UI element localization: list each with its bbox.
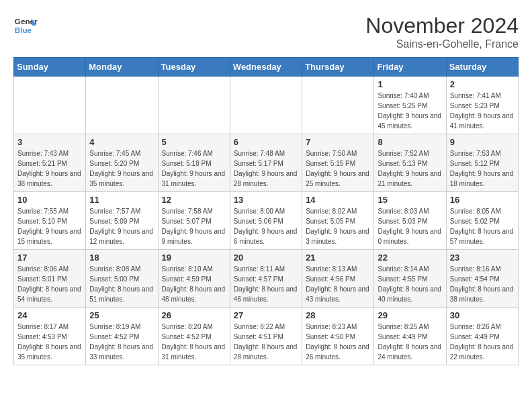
month-title: November 2024 (365, 13, 519, 38)
weekday-header: Friday (374, 58, 446, 77)
day-info: Sunrise: 7:58 AM Sunset: 5:07 PM Dayligh… (162, 206, 226, 246)
calendar-cell: 1Sunrise: 7:40 AM Sunset: 5:25 PM Daylig… (374, 77, 446, 134)
day-number: 30 (450, 310, 515, 320)
day-info: Sunrise: 7:48 AM Sunset: 5:17 PM Dayligh… (234, 148, 298, 189)
weekday-header: Wednesday (230, 58, 302, 77)
calendar-cell: 18Sunrise: 8:08 AM Sunset: 5:00 PM Dayli… (86, 250, 158, 308)
calendar-cell (86, 77, 158, 134)
calendar-body: 1Sunrise: 7:40 AM Sunset: 5:25 PM Daylig… (14, 77, 519, 365)
day-number: 16 (450, 195, 515, 205)
calendar-week-row: 10Sunrise: 7:55 AM Sunset: 5:10 PM Dayli… (14, 192, 519, 250)
page-header: General Blue November 2024 Sains-en-Gohe… (13, 13, 519, 50)
calendar-cell (158, 77, 230, 134)
day-number: 28 (306, 310, 370, 320)
day-number: 15 (378, 195, 442, 205)
day-number: 8 (378, 137, 442, 147)
day-info: Sunrise: 8:16 AM Sunset: 4:54 PM Dayligh… (450, 264, 515, 304)
day-number: 3 (17, 137, 82, 147)
day-info: Sunrise: 7:55 AM Sunset: 5:10 PM Dayligh… (17, 206, 82, 246)
day-number: 10 (17, 195, 82, 205)
day-info: Sunrise: 7:53 AM Sunset: 5:12 PM Dayligh… (450, 148, 515, 189)
day-number: 5 (162, 137, 226, 147)
calendar-cell: 30Sunrise: 8:26 AM Sunset: 4:49 PM Dayli… (446, 308, 518, 365)
day-number: 6 (234, 137, 298, 147)
day-number: 14 (306, 195, 370, 205)
calendar-cell: 2Sunrise: 7:41 AM Sunset: 5:23 PM Daylig… (446, 77, 518, 134)
calendar-cell: 13Sunrise: 8:00 AM Sunset: 5:06 PM Dayli… (230, 192, 302, 250)
weekday-header: Tuesday (158, 58, 230, 77)
calendar-cell: 29Sunrise: 8:25 AM Sunset: 4:49 PM Dayli… (374, 308, 446, 365)
day-number: 2 (450, 79, 515, 89)
calendar-cell: 27Sunrise: 8:22 AM Sunset: 4:51 PM Dayli… (230, 308, 302, 365)
calendar-cell: 12Sunrise: 7:58 AM Sunset: 5:07 PM Dayli… (158, 192, 230, 250)
calendar-cell: 10Sunrise: 7:55 AM Sunset: 5:10 PM Dayli… (14, 192, 86, 250)
day-info: Sunrise: 8:23 AM Sunset: 4:50 PM Dayligh… (306, 322, 370, 362)
calendar-cell: 23Sunrise: 8:16 AM Sunset: 4:54 PM Dayli… (446, 250, 518, 308)
weekday-header: Monday (86, 58, 158, 77)
day-info: Sunrise: 8:26 AM Sunset: 4:49 PM Dayligh… (450, 322, 515, 362)
calendar-header-row: SundayMondayTuesdayWednesdayThursdayFrid… (14, 58, 519, 77)
day-number: 27 (234, 310, 298, 320)
calendar-cell: 25Sunrise: 8:19 AM Sunset: 4:52 PM Dayli… (86, 308, 158, 365)
logo-icon: General Blue (13, 13, 38, 38)
calendar-cell: 16Sunrise: 8:05 AM Sunset: 5:02 PM Dayli… (446, 192, 518, 250)
day-info: Sunrise: 7:43 AM Sunset: 5:21 PM Dayligh… (17, 148, 82, 189)
calendar-cell: 6Sunrise: 7:48 AM Sunset: 5:17 PM Daylig… (230, 134, 302, 192)
day-info: Sunrise: 8:17 AM Sunset: 4:53 PM Dayligh… (17, 322, 82, 362)
calendar-cell: 14Sunrise: 8:02 AM Sunset: 5:05 PM Dayli… (302, 192, 374, 250)
calendar-cell: 15Sunrise: 8:03 AM Sunset: 5:03 PM Dayli… (374, 192, 446, 250)
calendar-cell: 21Sunrise: 8:13 AM Sunset: 4:56 PM Dayli… (302, 250, 374, 308)
calendar-cell (230, 77, 302, 134)
calendar-cell: 8Sunrise: 7:52 AM Sunset: 5:13 PM Daylig… (374, 134, 446, 192)
calendar-cell (302, 77, 374, 134)
title-block: November 2024 Sains-en-Gohelle, France (365, 13, 519, 50)
calendar-cell: 3Sunrise: 7:43 AM Sunset: 5:21 PM Daylig… (14, 134, 86, 192)
day-number: 1 (378, 79, 442, 89)
day-number: 12 (162, 195, 226, 205)
day-info: Sunrise: 8:02 AM Sunset: 5:05 PM Dayligh… (306, 206, 370, 246)
calendar-week-row: 17Sunrise: 8:06 AM Sunset: 5:01 PM Dayli… (14, 250, 519, 308)
day-info: Sunrise: 8:03 AM Sunset: 5:03 PM Dayligh… (378, 206, 442, 246)
day-number: 13 (234, 195, 298, 205)
calendar-cell: 9Sunrise: 7:53 AM Sunset: 5:12 PM Daylig… (446, 134, 518, 192)
day-number: 24 (17, 310, 82, 320)
day-number: 17 (17, 253, 82, 263)
calendar-cell: 19Sunrise: 8:10 AM Sunset: 4:59 PM Dayli… (158, 250, 230, 308)
day-number: 29 (378, 310, 442, 320)
day-number: 21 (306, 253, 370, 263)
day-number: 22 (378, 253, 442, 263)
calendar-cell: 11Sunrise: 7:57 AM Sunset: 5:09 PM Dayli… (86, 192, 158, 250)
day-info: Sunrise: 7:41 AM Sunset: 5:23 PM Dayligh… (450, 91, 515, 131)
calendar-week-row: 1Sunrise: 7:40 AM Sunset: 5:25 PM Daylig… (14, 77, 519, 134)
day-info: Sunrise: 7:50 AM Sunset: 5:15 PM Dayligh… (306, 148, 370, 189)
calendar-week-row: 3Sunrise: 7:43 AM Sunset: 5:21 PM Daylig… (14, 134, 519, 192)
day-info: Sunrise: 8:05 AM Sunset: 5:02 PM Dayligh… (450, 206, 515, 246)
day-info: Sunrise: 8:14 AM Sunset: 4:55 PM Dayligh… (378, 264, 442, 304)
day-info: Sunrise: 8:20 AM Sunset: 4:52 PM Dayligh… (162, 322, 226, 362)
day-info: Sunrise: 8:10 AM Sunset: 4:59 PM Dayligh… (162, 264, 226, 304)
day-number: 4 (89, 137, 154, 147)
calendar-cell: 4Sunrise: 7:45 AM Sunset: 5:20 PM Daylig… (86, 134, 158, 192)
day-number: 18 (89, 253, 154, 263)
day-info: Sunrise: 8:08 AM Sunset: 5:00 PM Dayligh… (89, 264, 154, 304)
calendar-table: SundayMondayTuesdayWednesdayThursdayFrid… (13, 57, 519, 365)
day-number: 20 (234, 253, 298, 263)
day-number: 26 (162, 310, 226, 320)
day-number: 25 (89, 310, 154, 320)
day-info: Sunrise: 8:22 AM Sunset: 4:51 PM Dayligh… (234, 322, 298, 362)
calendar-cell: 17Sunrise: 8:06 AM Sunset: 5:01 PM Dayli… (14, 250, 86, 308)
logo: General Blue (13, 13, 38, 38)
day-info: Sunrise: 7:40 AM Sunset: 5:25 PM Dayligh… (378, 91, 442, 131)
calendar-cell: 7Sunrise: 7:50 AM Sunset: 5:15 PM Daylig… (302, 134, 374, 192)
weekday-header: Thursday (302, 58, 374, 77)
day-number: 11 (89, 195, 154, 205)
calendar-cell: 5Sunrise: 7:46 AM Sunset: 5:18 PM Daylig… (158, 134, 230, 192)
day-info: Sunrise: 8:06 AM Sunset: 5:01 PM Dayligh… (17, 264, 82, 304)
calendar-cell: 22Sunrise: 8:14 AM Sunset: 4:55 PM Dayli… (374, 250, 446, 308)
day-info: Sunrise: 8:11 AM Sunset: 4:57 PM Dayligh… (234, 264, 298, 304)
calendar-cell: 26Sunrise: 8:20 AM Sunset: 4:52 PM Dayli… (158, 308, 230, 365)
calendar-cell (14, 77, 86, 134)
day-number: 7 (306, 137, 370, 147)
day-info: Sunrise: 7:52 AM Sunset: 5:13 PM Dayligh… (378, 148, 442, 189)
day-info: Sunrise: 7:57 AM Sunset: 5:09 PM Dayligh… (89, 206, 154, 246)
